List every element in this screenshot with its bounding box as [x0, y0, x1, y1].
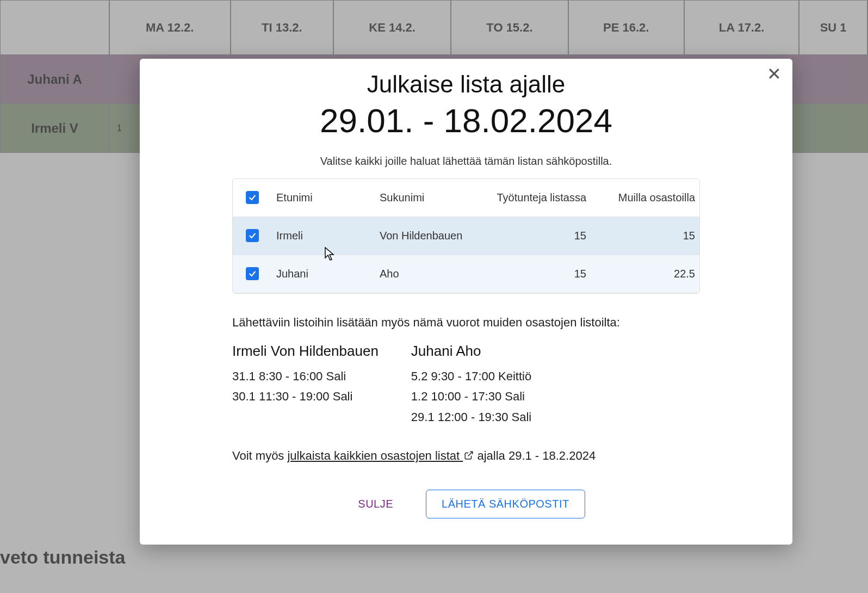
- extra-shifts-person: Irmeli Von Hildenbauen 31.1 8:30 - 16:00…: [232, 343, 379, 427]
- cell-other: 22.5: [597, 268, 700, 280]
- cell-hours: 15: [488, 230, 597, 242]
- col-header-firstname: Etunimi: [276, 192, 380, 204]
- person-name: Juhani Aho: [411, 343, 531, 360]
- select-all-checkbox[interactable]: [246, 191, 259, 204]
- cell-hours: 15: [488, 268, 597, 280]
- close-button[interactable]: SULJE: [347, 490, 404, 518]
- close-icon[interactable]: ✕: [767, 65, 782, 83]
- shift-line: 1.2 10:00 - 17:30 Sali: [411, 386, 531, 406]
- cell-other: 15: [597, 230, 700, 242]
- table-header-row: Etunimi Sukunimi Työtunteja listassa Mui…: [233, 179, 699, 217]
- row-checkbox[interactable]: [246, 267, 259, 280]
- table-row[interactable]: Juhani Aho 15 22.5: [233, 255, 699, 293]
- col-header-hours: Työtunteja listassa: [488, 192, 597, 204]
- cell-lastname: Von Hildenbauen: [380, 230, 488, 242]
- shift-line: 5.2 9:30 - 17:00 Keittiö: [411, 366, 531, 386]
- person-name: Irmeli Von Hildenbauen: [232, 343, 379, 360]
- svg-line-0: [468, 452, 473, 456]
- send-emails-button[interactable]: LÄHETÄ SÄHKÖPOSTIT: [426, 490, 585, 518]
- footer-note: Voit myös julkaista kaikkien osastojen l…: [232, 449, 700, 464]
- external-link-icon: [464, 449, 474, 464]
- publish-all-link[interactable]: julkaista kaikkien osastojen listat: [287, 449, 474, 462]
- cell-firstname: Juhani: [276, 268, 380, 280]
- col-header-lastname: Sukunimi: [380, 192, 488, 204]
- row-checkbox[interactable]: [246, 229, 259, 242]
- recipients-table: Etunimi Sukunimi Työtunteja listassa Mui…: [232, 178, 700, 294]
- modal-date-range: 29.01. - 18.02.2024: [140, 101, 792, 140]
- shift-line: 29.1 12:00 - 19:30 Sali: [411, 407, 531, 427]
- extra-shifts-intro: Lähettäviin listoihin lisätään myös nämä…: [232, 316, 700, 330]
- extra-shifts-person: Juhani Aho 5.2 9:30 - 17:00 Keittiö 1.2 …: [411, 343, 531, 427]
- shift-line: 31.1 8:30 - 16:00 Sali: [232, 366, 379, 386]
- modal-title: Julkaise lista ajalle: [140, 71, 792, 98]
- table-row[interactable]: Irmeli Von Hildenbauen 15 15: [233, 217, 699, 255]
- modal-instruction: Valitse kaikki joille haluat lähettää tä…: [140, 155, 792, 168]
- publish-list-modal: ✕ Julkaise lista ajalle 29.01. - 18.02.2…: [140, 59, 792, 545]
- col-header-other: Muilla osastoilla: [597, 192, 700, 204]
- cell-firstname: Irmeli: [276, 230, 380, 242]
- modal-actions: SULJE LÄHETÄ SÄHKÖPOSTIT: [140, 490, 792, 518]
- extra-shifts-columns: Irmeli Von Hildenbauen 31.1 8:30 - 16:00…: [232, 343, 700, 427]
- shift-line: 30.1 11:30 - 19:00 Sali: [232, 386, 379, 406]
- cell-lastname: Aho: [380, 268, 488, 280]
